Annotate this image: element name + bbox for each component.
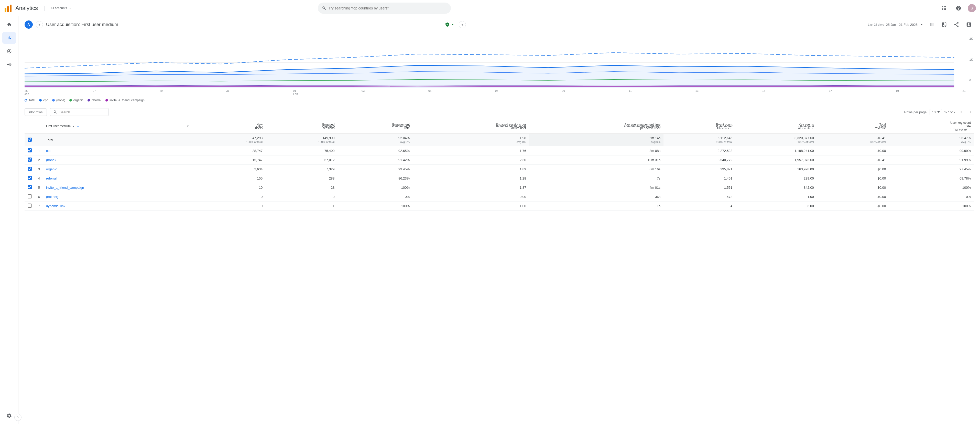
chevron-left-icon <box>959 110 963 114</box>
event-count-chevron <box>729 127 732 130</box>
megaphone-icon <box>6 62 12 67</box>
row-rank: 3 <box>35 165 43 174</box>
row-avg-engagement: 1s <box>529 202 663 211</box>
row-checkbox[interactable] <box>28 167 32 171</box>
verified-icon <box>445 22 450 27</box>
row-avg-engagement: 8m 16s <box>529 165 663 174</box>
rows-per-page-control: Rows per page: 10 25 50 1-7 of 7 <box>904 108 974 116</box>
row-engaged-per-user: 1.00 <box>413 202 529 211</box>
medium-sort-icon <box>72 125 75 128</box>
total-avg-engagement: 6m 14sAvg 0% <box>529 134 663 146</box>
row-user-key-rate: 99.99% <box>889 146 974 156</box>
key-events-filter[interactable]: All events <box>798 127 814 130</box>
compare-button[interactable] <box>939 19 949 30</box>
date-range-selector[interactable]: Last 28 days 25 Jan - 21 Feb 2025 <box>868 22 924 27</box>
row-event-count: 4 <box>663 202 735 211</box>
row-total-revenue: $0.00 <box>817 202 889 211</box>
event-count-header: Event count All events <box>663 119 735 134</box>
row-checkbox[interactable] <box>28 203 32 208</box>
total-key-events: 3,320,377.00100% of total <box>735 134 817 146</box>
row-total-revenue: $0.00 <box>817 183 889 192</box>
add-comparison-button[interactable]: + <box>459 21 466 28</box>
rows-per-page-select[interactable]: 10 25 50 <box>930 109 942 115</box>
total-label: Total <box>43 134 183 146</box>
next-page-button[interactable] <box>967 108 974 116</box>
legend-organic[interactable]: organic <box>69 98 83 102</box>
row-rank: 6 <box>35 192 43 202</box>
row-total-revenue: $0.00 <box>817 192 889 202</box>
row-engagement-rate: 92.65% <box>338 146 413 156</box>
row-user-key-rate: 91.99% <box>889 156 974 165</box>
row-checkbox[interactable] <box>28 176 32 180</box>
help-icon-btn[interactable] <box>953 3 964 13</box>
table-row: 1 cpc 28,747 75,400 92.65% 1.76 3m 08s 2… <box>25 146 974 156</box>
total-new-users: 47,293100% of total <box>194 134 266 146</box>
legend-total[interactable]: Total <box>25 98 35 102</box>
prev-page-button[interactable] <box>958 108 965 116</box>
sort-icon[interactable] <box>186 124 191 128</box>
row-engagement-rate: 100% <box>338 183 413 192</box>
total-user-key-rate: 96.47%Avg 0% <box>889 134 974 146</box>
row-engaged-per-user: 2.30 <box>413 156 529 165</box>
plot-rows-button[interactable]: Plot rows <box>25 108 47 116</box>
more-insights-button[interactable] <box>964 19 974 30</box>
rows-per-page-label: Rows per page: <box>904 110 928 114</box>
row-engaged-per-user: 1.89 <box>413 165 529 174</box>
legend-cpc-icon <box>39 99 42 102</box>
total-row: Total 47,293100% of total 149,900100% of… <box>25 134 974 146</box>
row-checkbox[interactable] <box>28 157 32 162</box>
total-engaged-per-user: 1.98Avg 0% <box>413 134 529 146</box>
chart-container: 2K 1K 0 <box>25 37 974 88</box>
legend-none[interactable]: (none) <box>52 98 65 102</box>
total-revenue-header: Totalrevenue <box>817 119 889 134</box>
share-button[interactable] <box>951 19 962 30</box>
row-engagement-rate: 0% <box>338 192 413 202</box>
row-checkbox[interactable] <box>28 194 32 199</box>
total-checkbox[interactable] <box>28 138 32 142</box>
legend-referral[interactable]: referral <box>88 98 101 102</box>
row-engagement-rate: 86.23% <box>338 174 413 183</box>
help-icon <box>956 5 961 11</box>
row-avg-engagement: 7s <box>529 174 663 183</box>
date-range-value: 25 Jan - 21 Feb 2025 <box>886 23 918 27</box>
account-selector[interactable]: All accounts <box>50 6 72 10</box>
total-engaged-sessions: 149,900100% of total <box>266 134 337 146</box>
add-view-button[interactable]: + <box>36 21 43 28</box>
row-avg-engagement: 36s <box>529 192 663 202</box>
sidebar-item-reports[interactable] <box>2 32 16 44</box>
table-row: 2 (none) 15,747 67,012 91.42% 2.30 10m 3… <box>25 156 974 165</box>
search-input[interactable] <box>329 6 447 10</box>
apps-icon <box>941 5 947 11</box>
row-medium: organic <box>43 165 183 174</box>
avatar[interactable]: S <box>968 4 976 12</box>
sidebar <box>0 16 18 424</box>
column-view-button[interactable] <box>927 19 937 30</box>
row-engaged-sessions: 28 <box>266 183 337 192</box>
row-checkbox[interactable] <box>28 185 32 189</box>
sidebar-item-advertising[interactable] <box>2 58 16 71</box>
row-user-key-rate: 69.78% <box>889 174 974 183</box>
event-count-filter[interactable]: All events <box>717 127 733 130</box>
row-new-users: 0 <box>194 192 266 202</box>
header-right: S <box>939 3 976 13</box>
sidebar-item-home[interactable] <box>2 18 16 31</box>
row-checkbox[interactable] <box>28 148 32 152</box>
chevron-down-date-icon <box>920 22 924 27</box>
sidebar-expand-button[interactable] <box>18 414 21 421</box>
sidebar-item-explore[interactable] <box>2 45 16 57</box>
search-bar <box>318 3 451 14</box>
main-content: A + User acquisition: First user medium … <box>18 16 980 424</box>
apps-icon-btn[interactable] <box>939 3 949 13</box>
layout: A + User acquisition: First user medium … <box>0 16 980 424</box>
add-dimension-icon[interactable] <box>76 125 80 128</box>
user-key-event-rate-header: User key eventrate All events <box>889 119 974 134</box>
verified-badge[interactable] <box>445 22 455 27</box>
legend-invite[interactable]: invite_a_friend_campaign <box>105 98 145 102</box>
user-key-rate-filter[interactable]: All events <box>955 129 971 132</box>
row-new-users: 2,634 <box>194 165 266 174</box>
table-search-input[interactable] <box>59 110 105 114</box>
row-rank: 5 <box>35 183 43 192</box>
search-icon <box>322 6 326 11</box>
row-event-count: 1,451 <box>663 174 735 183</box>
legend-cpc[interactable]: cpc <box>39 98 48 102</box>
